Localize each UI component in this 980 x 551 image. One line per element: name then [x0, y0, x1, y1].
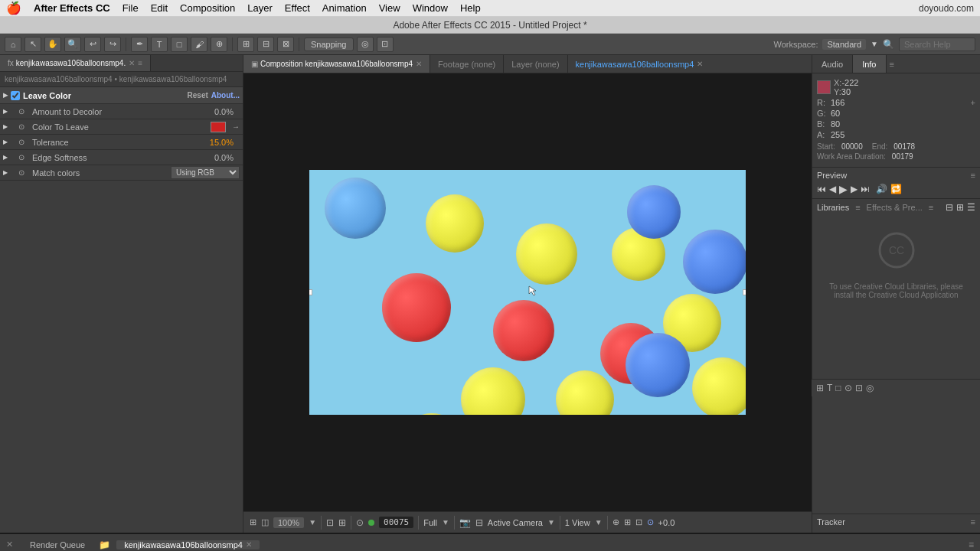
expand-icon-small[interactable]: ▶	[3, 108, 15, 115]
amount-decolor-value[interactable]: 0.0%	[214, 107, 240, 116]
app-name[interactable]: After Effects CC	[34, 2, 110, 14]
fit-btn[interactable]: ⊡	[326, 517, 334, 528]
render-btn[interactable]: ◫	[261, 517, 269, 527]
effect-enabled-checkbox[interactable]	[11, 91, 20, 100]
prev-last-btn[interactable]: ⏭	[861, 184, 870, 194]
prev-audio-btn[interactable]: 🔊	[876, 184, 887, 194]
search-input[interactable]	[899, 37, 975, 51]
toolbar-btn-redo[interactable]: ↪	[104, 37, 121, 52]
color-arrow-icon[interactable]: →	[232, 122, 240, 131]
quality-dropdown[interactable]: ▼	[442, 518, 449, 527]
tracker-menu-icon[interactable]: ≡	[971, 517, 975, 527]
render-queue-close[interactable]: ✕	[6, 540, 13, 549]
composition-tab[interactable]: ▣ Composition kenjikawasawa106balloonsmp…	[243, 55, 430, 73]
menu-composition[interactable]: Composition	[180, 2, 235, 14]
toolbar-btn-puppet[interactable]: ⊕	[211, 37, 227, 52]
expand-icon-small3[interactable]: ▶	[3, 139, 15, 145]
expand-icon-small2[interactable]: ▶	[3, 123, 15, 130]
grid-icon[interactable]: ⊟	[475, 517, 483, 528]
resize-handle-left[interactable]	[309, 289, 312, 295]
tab-close-icon[interactable]: ✕	[129, 59, 135, 67]
view-label[interactable]: 1 View	[565, 518, 590, 527]
comp-extra1[interactable]: ⊕	[612, 517, 619, 527]
anim-icon2[interactable]: ⊙	[18, 122, 29, 131]
timecode-display[interactable]: 00075	[379, 517, 413, 528]
workspace-value[interactable]: Standard	[822, 39, 866, 50]
rp-icon1[interactable]: ⊞	[816, 383, 824, 393]
composition-view[interactable]	[243, 73, 812, 511]
effect-controls-tab[interactable]: fx kenjikawasawa106balloonsmp4. ✕ ≡	[0, 55, 151, 71]
rp-icon3[interactable]: □	[835, 383, 841, 393]
match-colors-select[interactable]: Using RGB Using Hue Using Chroma	[171, 166, 240, 179]
quality-label[interactable]: Full	[423, 518, 437, 527]
grid-view-icon[interactable]: ⊞	[956, 202, 964, 213]
resize-handle-right[interactable]	[743, 289, 746, 295]
anim-icon3[interactable]: ⊙	[18, 138, 29, 146]
libraries-menu-icon[interactable]: ≡	[855, 203, 860, 212]
menu-layer[interactable]: Layer	[247, 2, 273, 14]
edge-softness-value[interactable]: 0.0%	[214, 153, 240, 162]
anim-icon5[interactable]: ⊙	[18, 168, 29, 177]
workspace-dropdown[interactable]: ▼	[871, 40, 878, 48]
prev-fwd-btn[interactable]: ▶	[851, 184, 858, 194]
prev-back-btn[interactable]: ◀	[829, 184, 836, 194]
camera-dropdown[interactable]: ▼	[547, 518, 555, 527]
tolerance-value[interactable]: 15.0%	[210, 138, 240, 147]
menu-animation[interactable]: Animation	[322, 2, 367, 14]
color-swatch[interactable]	[211, 122, 226, 132]
effects-menu-icon[interactable]: ≡	[929, 203, 933, 212]
apple-menu[interactable]: 🍎	[6, 1, 21, 15]
comp-timeline-tab[interactable]: kenjikawasawa106balloonsmp4 ✕	[116, 540, 260, 549]
menu-file[interactable]: File	[122, 2, 139, 14]
comp-extra2[interactable]: ⊞	[624, 517, 631, 527]
menu-view[interactable]: View	[379, 2, 400, 14]
layer-tab[interactable]: Layer (none)	[504, 55, 567, 73]
toolbar-btn-text[interactable]: T	[151, 37, 168, 52]
panel-menu-icon[interactable]: ≡	[138, 59, 142, 67]
comp-tab-close[interactable]: ✕	[416, 60, 422, 68]
effects-title[interactable]: Effects & Pre...	[867, 203, 923, 212]
anim-icon[interactable]: ⊙	[18, 107, 29, 116]
anim-icon4[interactable]: ⊙	[18, 153, 29, 161]
toolbar-btn-undo[interactable]: ↩	[84, 37, 101, 52]
prev-first-btn[interactable]: ⏮	[817, 184, 826, 194]
snapping-button[interactable]: Snapping	[304, 37, 354, 51]
camera-label[interactable]: Active Camera	[488, 518, 543, 527]
toolbar-btn-align3[interactable]: ⊠	[277, 37, 294, 52]
comp-sub-tab-close[interactable]: ✕	[697, 60, 703, 68]
preview-menu-icon[interactable]: ≡	[971, 171, 975, 180]
rp-icon2[interactable]: T	[827, 383, 832, 393]
render-queue-tab[interactable]: Render Queue	[22, 540, 93, 549]
toolbar-btn-snap3[interactable]: ⊡	[377, 37, 394, 52]
view-dropdown[interactable]: ▼	[595, 518, 603, 527]
comp-extra3[interactable]: ⊡	[635, 517, 642, 527]
menu-effect[interactable]: Effect	[285, 2, 310, 14]
expand-icon-small5[interactable]: ▶	[3, 169, 15, 176]
rp-icon4[interactable]: ⊙	[844, 383, 852, 393]
detail-view-icon[interactable]: ☰	[967, 202, 975, 213]
toolbar-btn-hand[interactable]: ✋	[44, 37, 61, 52]
menu-window[interactable]: Window	[413, 2, 448, 14]
rp-icon6[interactable]: ◎	[866, 383, 874, 393]
toolbar-btn-select[interactable]: ↖	[24, 37, 41, 52]
zoom-dropdown-icon[interactable]: ▼	[309, 518, 316, 527]
expand-icon[interactable]: ▶	[3, 92, 8, 99]
toolbar-btn-align[interactable]: ⊞	[237, 37, 254, 52]
timeline-panel-menu[interactable]: ≡	[969, 540, 974, 550]
comp-extra4[interactable]: ⊙	[647, 517, 654, 527]
toolbar-btn-zoom[interactable]: 🔍	[64, 37, 81, 52]
expand-icon-small4[interactable]: ▶	[3, 154, 15, 161]
toolbar-btn-align2[interactable]: ⊟	[257, 37, 274, 52]
comp-sub-tab[interactable]: kenjikawasawa106balloonsmp4 ✕	[568, 55, 711, 73]
libraries-title[interactable]: Libraries	[817, 203, 849, 212]
toolbar-btn-shape[interactable]: □	[171, 37, 188, 52]
record-btn[interactable]: ⊙	[356, 517, 364, 528]
toolbar-btn-paint[interactable]: 🖌	[191, 37, 207, 52]
toolbar-btn-pen[interactable]: ✒	[131, 37, 148, 52]
prev-loop-btn[interactable]: 🔁	[890, 184, 902, 194]
prev-play-btn[interactable]: ▶	[839, 183, 848, 195]
comp-timeline-close[interactable]: ✕	[246, 540, 252, 549]
ratio-btn[interactable]: ⊞	[338, 517, 346, 528]
toolbar-btn-snap2[interactable]: ◎	[357, 37, 374, 52]
audio-tab[interactable]: Audio	[812, 55, 853, 73]
